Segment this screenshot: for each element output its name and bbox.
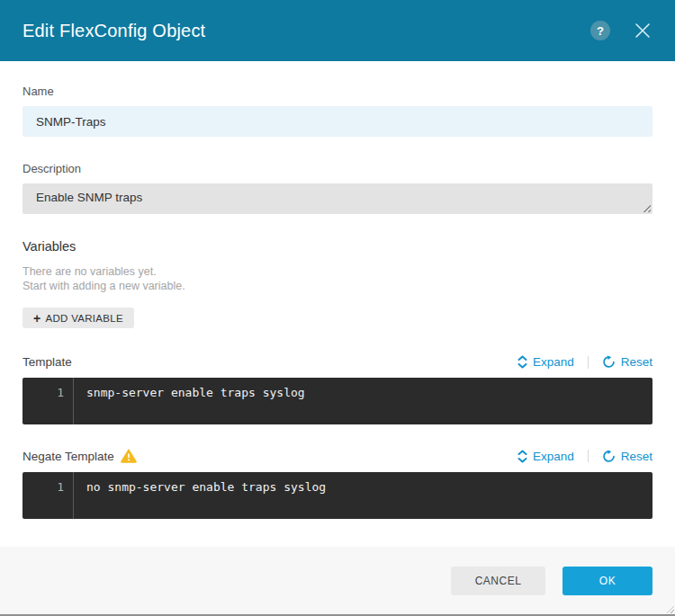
- template-expand-link[interactable]: Expand: [518, 355, 574, 369]
- name-label: Name: [22, 85, 652, 98]
- dialog-header: Edit FlexConfig Object ?: [0, 0, 675, 61]
- template-reset-label: Reset: [621, 355, 652, 369]
- negate-template-code[interactable]: no snmp-server enable traps syslog: [74, 472, 652, 519]
- description-label: Description: [22, 162, 652, 175]
- variables-empty-hint: There are no variables yet. Start with a…: [22, 264, 652, 293]
- ok-button[interactable]: OK: [562, 567, 652, 595]
- negate-template-code-editor[interactable]: 1 no snmp-server enable traps syslog: [22, 472, 652, 519]
- add-variable-button[interactable]: + ADD VARIABLE: [22, 308, 134, 328]
- description-textarea[interactable]: Enable SNMP traps: [22, 183, 652, 214]
- negate-template-expand-link[interactable]: Expand: [518, 450, 574, 463]
- warning-icon: [121, 449, 137, 463]
- template-reset-link[interactable]: Reset: [602, 355, 652, 369]
- plus-icon: +: [33, 312, 40, 325]
- negate-template-reset-link[interactable]: Reset: [602, 450, 652, 463]
- negate-template-header-row: Negate Template Expand: [22, 449, 652, 463]
- dialog-resize-grip-icon[interactable]: [667, 606, 674, 613]
- template-expand-label: Expand: [533, 355, 574, 369]
- description-field-wrap: Enable SNMP traps: [22, 183, 652, 214]
- negate-template-line-number: 1: [22, 472, 74, 519]
- cancel-button[interactable]: CANCEL: [451, 567, 545, 595]
- dialog-footer: CANCEL OK: [0, 547, 675, 616]
- template-code-editor[interactable]: 1 snmp-server enable traps syslog: [22, 378, 652, 424]
- reset-icon: [602, 355, 616, 369]
- negate-template-label-wrap: Negate Template: [22, 449, 518, 463]
- template-line-number: 1: [22, 378, 74, 424]
- negate-template-reset-label: Reset: [621, 450, 652, 463]
- template-label: Template: [22, 355, 518, 369]
- template-header-row: Template Expand Reset: [22, 355, 652, 369]
- dialog-title: Edit FlexConfig Object: [22, 21, 590, 41]
- variables-empty-line1: There are no variables yet.: [22, 264, 652, 279]
- template-code[interactable]: snmp-server enable traps syslog: [74, 378, 652, 424]
- negate-template-actions: Expand Reset: [518, 450, 652, 463]
- edit-flexconfig-dialog: Edit FlexConfig Object ? Name Descriptio…: [0, 0, 675, 616]
- actions-divider: [588, 450, 589, 462]
- close-icon[interactable]: [632, 20, 653, 41]
- expand-icon: [518, 355, 527, 369]
- variables-label: Variables: [22, 239, 652, 254]
- name-input[interactable]: [22, 106, 652, 137]
- expand-icon: [518, 450, 527, 463]
- actions-divider: [588, 356, 589, 369]
- help-glyph: ?: [597, 24, 604, 38]
- reset-icon: [602, 450, 616, 463]
- dialog-body: Name Description Enable SNMP traps Varia…: [0, 61, 675, 527]
- negate-template-label: Negate Template: [22, 450, 114, 463]
- negate-template-expand-label: Expand: [533, 450, 574, 463]
- variables-empty-line2: Start with adding a new variable.: [22, 279, 652, 293]
- template-actions: Expand Reset: [518, 355, 652, 369]
- help-icon[interactable]: ?: [590, 21, 610, 40]
- add-variable-label: ADD VARIABLE: [45, 313, 122, 324]
